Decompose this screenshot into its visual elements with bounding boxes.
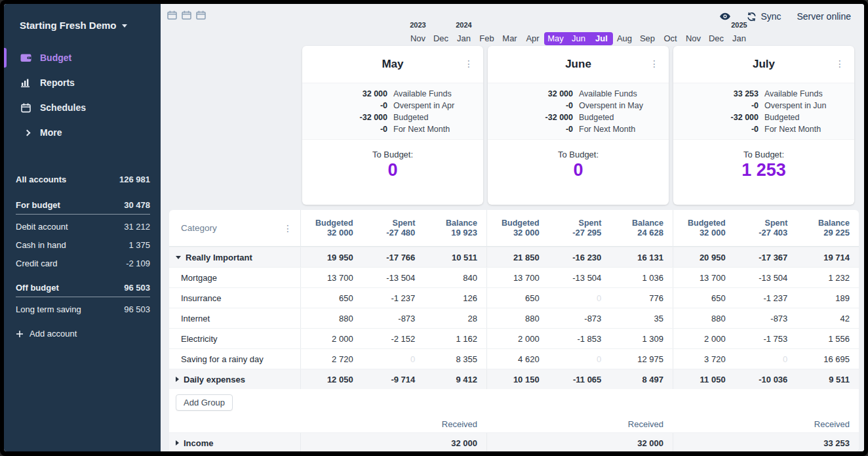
month-cell-dec-2024[interactable]: Dec — [705, 32, 728, 45]
balance-cell[interactable]: 10 511 — [424, 247, 486, 267]
budgeted-cell[interactable]: 13 700 — [673, 268, 735, 287]
group-toggle[interactable]: Daily expenses — [169, 369, 300, 389]
category-name-cell[interactable]: Mortgage — [169, 268, 300, 287]
account-row-credit-card[interactable]: Credit card -2 109 — [16, 254, 150, 272]
month-cell-jun-2024[interactable]: Jun — [567, 32, 590, 45]
sidebar-item-reports[interactable]: Reports — [4, 70, 161, 95]
balance-cell[interactable]: 126 — [424, 288, 486, 308]
month-cell-sep-2024[interactable]: Sep — [636, 32, 659, 45]
budgeted-cell[interactable]: 11 050 — [673, 369, 735, 389]
category-name-cell[interactable]: Electricity — [169, 329, 300, 348]
group-toggle[interactable]: Income — [169, 433, 300, 451]
spent-cell[interactable]: -9 714 — [363, 369, 425, 389]
budgeted-cell[interactable]: 19 950 — [300, 247, 363, 267]
spent-cell[interactable]: 0 — [363, 349, 425, 369]
spent-cell[interactable]: 0 — [549, 288, 611, 308]
category-name-cell[interactable]: Insurrance — [169, 288, 300, 308]
balance-cell[interactable]: 776 — [610, 288, 673, 308]
month-cell-jan-2024[interactable]: Jan — [452, 32, 475, 45]
month-cell-aug-2024[interactable]: Aug — [613, 32, 636, 45]
spent-cell[interactable]: -17 367 — [735, 247, 797, 267]
month-cell-mar-2024[interactable]: Mar — [498, 32, 521, 45]
balance-cell[interactable]: 9 412 — [424, 369, 486, 389]
sidebar-item-schedules[interactable]: Schedules — [4, 95, 161, 120]
balance-cell[interactable]: 8 355 — [424, 349, 486, 369]
to-budget-value[interactable]: 1 253 — [741, 160, 786, 180]
budgeted-cell[interactable]: 20 950 — [673, 247, 735, 267]
kebab-menu-icon[interactable] — [283, 224, 292, 233]
kebab-menu-icon[interactable] — [835, 59, 844, 68]
balance-cell[interactable]: 35 — [610, 308, 673, 328]
budgeted-cell[interactable]: 2 720 — [300, 349, 363, 369]
account-row-long-term-saving[interactable]: Long term saving 96 503 — [16, 300, 150, 318]
month-cell-nov-2024[interactable]: Nov — [682, 32, 705, 45]
balance-cell[interactable]: 42 — [797, 308, 859, 328]
privacy-toggle-button[interactable] — [719, 12, 731, 20]
to-budget-value[interactable]: 0 — [387, 160, 397, 180]
spent-cell[interactable]: -1 753 — [735, 329, 797, 348]
balance-cell[interactable]: 19 714 — [797, 247, 859, 267]
budgeted-cell[interactable]: 880 — [300, 308, 363, 328]
one-month-view-button calendar-icon[interactable] — [167, 10, 177, 20]
group-toggle[interactable]: Really Important — [169, 247, 300, 267]
month-cell-oct-2024[interactable]: Oct — [659, 32, 682, 45]
three-month-view-button calendar-icon[interactable] — [196, 10, 206, 20]
month-cell-dec-2023[interactable]: Dec — [429, 32, 452, 45]
month-cell-may-2024[interactable]: May — [544, 32, 567, 45]
balance-cell[interactable]: 189 — [797, 288, 859, 308]
spent-cell[interactable]: 0 — [735, 349, 797, 369]
for-budget-section-row[interactable]: For budget 30 478 — [16, 196, 150, 215]
spent-cell[interactable]: -13 504 — [735, 268, 797, 287]
spent-cell[interactable]: 0 — [549, 349, 611, 369]
sidebar-item-more[interactable]: More — [4, 120, 161, 145]
balance-cell[interactable]: 16 695 — [797, 349, 859, 369]
account-row-cash[interactable]: Cash in hand 1 375 — [16, 236, 150, 254]
month-cell-nov-2023[interactable]: Nov — [406, 32, 429, 45]
balance-cell[interactable]: 12 975 — [610, 349, 673, 369]
add-group-button[interactable]: Add Group — [176, 394, 233, 411]
budgeted-cell[interactable]: 880 — [486, 308, 549, 328]
balance-cell[interactable]: 9 511 — [797, 369, 859, 389]
balance-cell[interactable]: 1 309 — [610, 329, 673, 348]
month-cell-jul-2024[interactable]: Jul — [590, 32, 613, 45]
budgeted-cell[interactable]: 4 620 — [486, 349, 549, 369]
budget-file-switcher[interactable]: Starting Fresh Demo — [4, 4, 161, 31]
spent-cell[interactable]: -17 766 — [363, 247, 425, 267]
server-status[interactable]: Server online — [797, 11, 852, 22]
budgeted-cell[interactable]: 13 700 — [300, 268, 363, 287]
received-cell[interactable]: 32 000 — [300, 433, 486, 451]
spent-cell[interactable]: -2 152 — [363, 329, 425, 348]
add-account-button[interactable]: Add account — [16, 329, 150, 339]
all-accounts-row[interactable]: All accounts 126 981 — [16, 170, 150, 188]
account-row-debit[interactable]: Debit account 31 212 — [16, 217, 150, 236]
kebab-menu-icon[interactable] — [650, 59, 659, 68]
spent-cell[interactable]: -13 504 — [549, 268, 611, 287]
category-name-cell[interactable]: Saving for a rainy day — [169, 349, 300, 369]
spent-cell[interactable]: -13 504 — [363, 268, 425, 287]
spent-cell[interactable]: -873 — [735, 308, 797, 328]
balance-cell[interactable]: 8 497 — [610, 369, 673, 389]
spent-cell[interactable]: -1 237 — [735, 288, 797, 308]
spent-cell[interactable]: -11 065 — [549, 369, 611, 389]
budgeted-cell[interactable]: 650 — [486, 288, 549, 308]
month-cell-jan-2025[interactable]: Jan — [728, 32, 751, 45]
spent-cell[interactable]: -873 — [363, 308, 425, 328]
received-cell[interactable]: 32 000 — [486, 433, 673, 451]
balance-cell[interactable]: 16 131 — [610, 247, 673, 267]
budgeted-cell[interactable]: 650 — [300, 288, 363, 308]
balance-cell[interactable]: 1 162 — [424, 329, 486, 348]
budgeted-cell[interactable]: 880 — [673, 308, 735, 328]
spent-cell[interactable]: -10 036 — [735, 369, 797, 389]
budgeted-cell[interactable]: 10 150 — [486, 369, 549, 389]
spent-cell[interactable]: -16 230 — [549, 247, 611, 267]
sidebar-item-budget[interactable]: Budget — [4, 45, 161, 70]
to-budget-value[interactable]: 0 — [573, 160, 583, 180]
balance-cell[interactable]: 1 556 — [797, 329, 859, 348]
budgeted-cell[interactable]: 21 850 — [486, 247, 549, 267]
budgeted-cell[interactable]: 13 700 — [486, 268, 549, 287]
balance-cell[interactable]: 1 232 — [797, 268, 859, 287]
spent-cell[interactable]: -873 — [549, 308, 611, 328]
off-budget-section-row[interactable]: Off budget 96 503 — [16, 279, 150, 297]
budgeted-cell[interactable]: 2 000 — [300, 329, 363, 348]
month-cell-feb-2024[interactable]: Feb — [475, 32, 498, 45]
